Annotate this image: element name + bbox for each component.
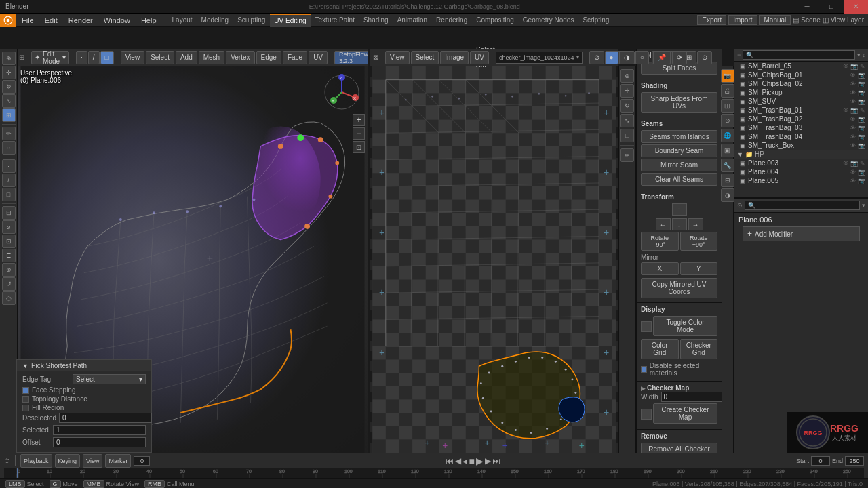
mirror-seam-btn[interactable]: Mirror Seam: [641, 159, 717, 171]
uv-pin-btn[interactable]: 📌: [653, 51, 671, 64]
editor-type-btn[interactable]: ⊞: [19, 54, 24, 61]
uv-material-btn[interactable]: ◑: [619, 51, 635, 64]
keying-menu[interactable]: Keying: [55, 454, 81, 468]
uv-cursor-tool[interactable]: ⊕: [620, 69, 634, 83]
fit-btn[interactable]: ⊡: [353, 141, 365, 153]
uv-select-box-tool[interactable]: □: [620, 129, 634, 142]
edge-select-btn[interactable]: /: [88, 51, 100, 64]
ws-geometry-nodes[interactable]: Geometry Nodes: [519, 14, 578, 27]
object-props-icon[interactable]: ▣: [721, 144, 734, 157]
clear-all-seams-btn[interactable]: Clear All Seams: [641, 173, 717, 186]
obj-trashbag-03[interactable]: ▣ SM_TrashBag_03 👁 📷: [734, 123, 868, 132]
uv-view-menu[interactable]: View: [385, 51, 410, 64]
remove-all-btn[interactable]: Remove All Checker Maps: [641, 443, 717, 453]
toggle-color-mode-btn[interactable]: Toggle Color Mode: [653, 316, 717, 336]
display-header[interactable]: Display: [641, 306, 717, 313]
obj-suv[interactable]: ▣ SM_SUV 👁 📷: [734, 97, 868, 106]
copy-mirrored-btn[interactable]: Copy Mirrored UV Coords: [641, 278, 717, 298]
transform-tool[interactable]: ⊞: [2, 108, 16, 122]
vertex-select-tool[interactable]: ·: [2, 159, 16, 173]
uv-rendered-btn[interactable]: ○: [635, 51, 649, 64]
measure-tool[interactable]: ↔: [2, 141, 16, 155]
ws-texture-paint[interactable]: Texture Paint: [311, 14, 359, 27]
rotate-tool[interactable]: ↻: [2, 80, 16, 94]
edge-select-tool[interactable]: /: [2, 174, 16, 187]
face-select-btn[interactable]: □: [100, 51, 114, 64]
rotate-neg90-btn[interactable]: Rotate -90°: [641, 232, 679, 251]
obj-trashbag-04[interactable]: ▣ SM_TrashBag_04 👁 📷: [734, 132, 868, 141]
uv-sync-btn[interactable]: ⟳: [672, 51, 687, 64]
deselected-input[interactable]: [59, 413, 152, 423]
view-menu[interactable]: View: [121, 51, 145, 64]
add-menu[interactable]: Add: [176, 51, 197, 64]
outliner-sort-icon[interactable]: ↕: [863, 52, 866, 58]
uv-menu[interactable]: UV: [309, 51, 328, 64]
edge-menu[interactable]: Edge: [256, 51, 281, 64]
scene-props-icon[interactable]: ⊙: [721, 114, 734, 127]
playback-menu[interactable]: Playback: [20, 454, 52, 468]
data-props-icon[interactable]: ⊟: [721, 174, 734, 187]
mode-selector[interactable]: ✦ Edit Mode ▾: [31, 51, 69, 64]
timeline-scrubber[interactable]: 0 10 20 30 40 50 60 70 80 90 100 110 120…: [4, 468, 864, 478]
jump-start-btn[interactable]: ⏮: [446, 456, 454, 466]
face-menu[interactable]: Face: [283, 51, 307, 64]
jump-end-btn[interactable]: ⏭: [492, 456, 500, 466]
image-selector[interactable]: checker_image_1024x1024 ▾: [496, 52, 583, 64]
obj-truck-box[interactable]: ▣ SM_Truck_Box 👁 📷: [734, 141, 868, 150]
face-select-tool[interactable]: □: [2, 188, 16, 201]
gizmo-widget[interactable]: X Y Z: [321, 72, 362, 113]
face-stepping-cb[interactable]: [22, 387, 29, 394]
export-button[interactable]: Export: [697, 15, 726, 25]
scale-tool[interactable]: ⤡: [2, 94, 16, 108]
obj-trashbag-01[interactable]: ▣ SM_TrashBag_01 👁 📷 ✎: [734, 106, 868, 115]
obj-plane-004[interactable]: ▣ Plane.004 👁 📷: [734, 167, 868, 176]
obj-plane-003[interactable]: ▣ Plane.003 👁 📷 ✎: [734, 159, 868, 167]
import-button[interactable]: Import: [728, 15, 757, 25]
uv-uv-menu[interactable]: UV: [470, 51, 489, 64]
ws-sculpting[interactable]: Sculpting: [233, 14, 269, 27]
menu-edit[interactable]: Edit: [39, 14, 63, 26]
vertex-menu[interactable]: Vertex: [226, 51, 254, 64]
boundary-seam-btn[interactable]: Boundary Seam: [641, 144, 717, 157]
smooth-tool[interactable]: ◌: [2, 291, 16, 305]
uv-move-tool[interactable]: ✛: [620, 84, 634, 98]
modifiers-icon[interactable]: 🔧: [721, 159, 734, 172]
current-frame-display[interactable]: 0: [134, 456, 150, 466]
select-menu[interactable]: Select: [146, 51, 174, 64]
edge-tag-dropdown[interactable]: Select ▾: [73, 374, 146, 384]
add-modifier-btn[interactable]: + Add Modifier: [743, 226, 860, 241]
arrow-left-btn[interactable]: ←: [656, 218, 671, 230]
checker-width-input[interactable]: [661, 392, 722, 402]
view-layer-props-icon[interactable]: ◫: [721, 99, 734, 113]
create-checker-map-btn[interactable]: Create Checker Map: [653, 403, 717, 424]
seams-from-islands-btn[interactable]: Seams from Islands: [641, 130, 717, 143]
menu-window[interactable]: Window: [98, 14, 136, 26]
mirror-y-btn[interactable]: Y: [680, 262, 718, 275]
shading-header[interactable]: Shading: [641, 82, 717, 89]
rotate-pos90-btn[interactable]: Rotate +90°: [680, 232, 718, 251]
checker-map-header[interactable]: Checker Map: [647, 384, 689, 392]
obj-hp-group[interactable]: ▼ 📁 HP: [734, 150, 868, 159]
menu-help[interactable]: Help: [136, 14, 162, 26]
play-reverse-btn[interactable]: ◂: [462, 455, 467, 466]
obj-trashbag-02[interactable]: ▣ SM_TrashBag_02 👁 📷: [734, 115, 868, 123]
zoom-out-btn[interactable]: −: [353, 127, 365, 140]
arrow-right-btn[interactable]: →: [688, 218, 703, 230]
uv-scale-tool[interactable]: ⤡: [620, 114, 634, 127]
color-grid-btn[interactable]: Color Grid: [641, 339, 679, 359]
outliner-filter-icon[interactable]: ▾: [857, 52, 861, 58]
manual-button[interactable]: Manual: [760, 15, 791, 25]
cursor-tool[interactable]: ⊕: [2, 52, 16, 65]
blender-logo[interactable]: [0, 14, 16, 27]
next-frame-btn[interactable]: ▶: [485, 456, 491, 466]
obj-sm-barrel[interactable]: ▣ SM_Barrel_05 👁 📷 ✎: [734, 62, 868, 70]
arrow-down-btn[interactable]: ↓: [672, 218, 687, 230]
disable-selected-mats-cb[interactable]: [641, 366, 647, 373]
uv-select-menu[interactable]: Select: [411, 51, 439, 64]
play-btn[interactable]: ▶: [476, 455, 484, 466]
ws-animation[interactable]: Animation: [393, 14, 431, 27]
material-props-icon[interactable]: ◑: [721, 188, 734, 202]
mesh-menu[interactable]: Mesh: [199, 51, 224, 64]
uv-solid-btn[interactable]: ●: [605, 51, 618, 64]
sharp-edges-btn[interactable]: Sharp Edges From UVs: [641, 92, 717, 113]
